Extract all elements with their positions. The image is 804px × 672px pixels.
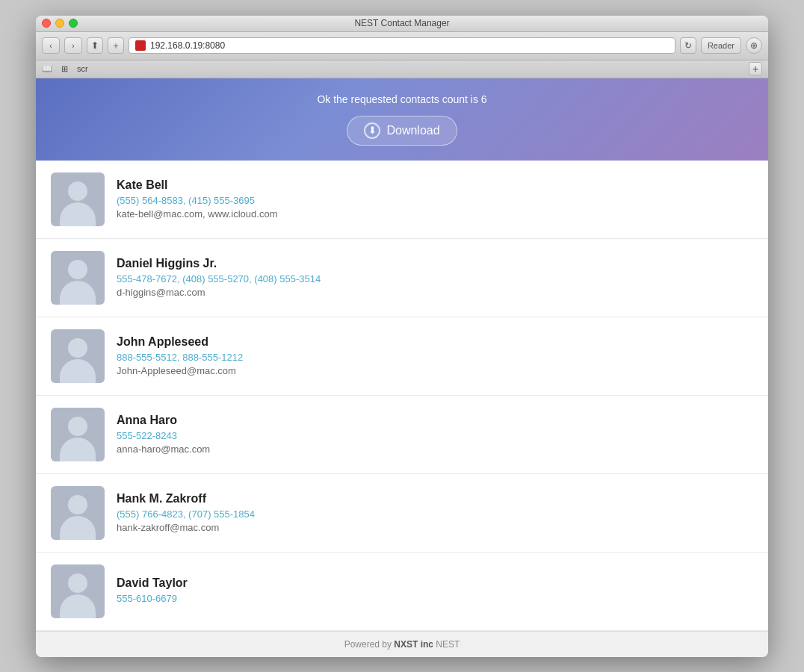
footer-suffix: NEST bbox=[433, 639, 460, 650]
banner-section: Ok the requested contacts count is 6 ⬇ D… bbox=[36, 78, 768, 161]
avatar-figure bbox=[51, 329, 105, 383]
new-tab-button[interactable]: ＋ bbox=[108, 37, 124, 54]
contact-phones: 555-522-8243 bbox=[117, 430, 753, 441]
contact-email: John-Appleseed@mac.com bbox=[117, 365, 753, 376]
back-button[interactable]: ‹ bbox=[42, 37, 60, 54]
contact-item[interactable]: Hank M. Zakroff (555) 766-4823, (707) 55… bbox=[36, 474, 768, 553]
contact-avatar bbox=[51, 329, 105, 383]
browser-window: NEST Contact Manager ‹ › ⬆ ＋ 192.168.0.1… bbox=[36, 16, 768, 657]
contact-avatar bbox=[51, 564, 105, 618]
bookmark-grid[interactable]: ⊞ bbox=[61, 64, 68, 74]
contact-avatar bbox=[51, 408, 105, 461]
avatar-figure bbox=[51, 564, 105, 618]
avatar-figure bbox=[51, 486, 105, 540]
download-label: Download bbox=[386, 124, 439, 137]
avatar-figure bbox=[51, 408, 105, 461]
contact-item[interactable]: John Appleseed 888-555-5512, 888-555-121… bbox=[36, 317, 768, 396]
contact-info: Kate Bell (555) 564-8583, (415) 555-3695… bbox=[117, 178, 753, 220]
contact-item[interactable]: Daniel Higgins Jr. 555-478-7672, (408) 5… bbox=[36, 239, 768, 317]
contact-name: Hank M. Zakroff bbox=[117, 492, 753, 505]
contact-info: John Appleseed 888-555-5512, 888-555-121… bbox=[117, 335, 753, 376]
contact-email: kate-bell@mac.com, www.icloud.com bbox=[117, 208, 753, 220]
bookmarks-bar: 📖 ⊞ scr + bbox=[36, 60, 768, 78]
share-button[interactable]: ⬆ bbox=[87, 37, 103, 54]
contact-list: Kate Bell (555) 564-8583, (415) 555-3695… bbox=[36, 161, 768, 631]
forward-button[interactable]: › bbox=[64, 37, 82, 54]
banner-message: Ok the requested contacts count is 6 bbox=[51, 93, 753, 105]
url-text: 192.168.0.19:8080 bbox=[150, 40, 225, 51]
contact-email: hank-zakroff@mac.com bbox=[117, 522, 753, 533]
contact-avatar bbox=[51, 486, 105, 540]
maximize-button[interactable] bbox=[69, 19, 78, 28]
books-icon: 📖 bbox=[42, 64, 52, 74]
contact-info: Anna Haro 555-522-8243 anna-haro@mac.com bbox=[117, 414, 753, 455]
avatar-body bbox=[60, 202, 96, 226]
add-tab-button[interactable]: + bbox=[749, 62, 762, 75]
menu-button[interactable]: ⊕ bbox=[746, 37, 762, 54]
contact-info: David Taylor 555-610-6679 bbox=[117, 576, 753, 606]
contact-name: John Appleseed bbox=[117, 335, 753, 349]
avatar-body bbox=[60, 438, 96, 461]
browser-toolbar: ‹ › ⬆ ＋ 192.168.0.19:8080 ↻ Reader ⊕ bbox=[36, 32, 768, 60]
contact-item[interactable]: Anna Haro 555-522-8243 anna-haro@mac.com bbox=[36, 396, 768, 474]
contact-avatar bbox=[51, 172, 105, 226]
contact-item[interactable]: Kate Bell (555) 564-8583, (415) 555-3695… bbox=[36, 161, 768, 239]
contact-name: Daniel Higgins Jr. bbox=[117, 257, 753, 270]
contact-name: Kate Bell bbox=[117, 178, 753, 192]
avatar-body bbox=[60, 359, 96, 383]
avatar-head bbox=[68, 495, 87, 514]
avatar-figure bbox=[51, 172, 105, 226]
contact-phones: (555) 766-4823, (707) 555-1854 bbox=[117, 508, 753, 520]
scr-label: scr bbox=[77, 64, 88, 73]
contact-phones: 555-610-6679 bbox=[117, 593, 753, 604]
avatar-head bbox=[68, 417, 87, 436]
avatar-figure bbox=[51, 251, 105, 305]
avatar-head bbox=[68, 338, 87, 358]
contact-name: Anna Haro bbox=[117, 414, 753, 427]
download-button[interactable]: ⬇ Download bbox=[347, 116, 457, 146]
avatar-head bbox=[68, 573, 87, 593]
bookmark-books[interactable]: 📖 bbox=[42, 64, 52, 74]
contact-phones: (555) 564-8583, (415) 555-3695 bbox=[117, 195, 753, 206]
address-bar[interactable]: 192.168.0.19:8080 bbox=[129, 37, 675, 54]
download-icon: ⬇ bbox=[364, 122, 380, 139]
contact-info: Hank M. Zakroff (555) 766-4823, (707) 55… bbox=[117, 492, 753, 533]
footer-brand: NXST inc bbox=[394, 639, 433, 650]
avatar-head bbox=[68, 181, 87, 201]
minimize-button[interactable] bbox=[55, 19, 64, 28]
titlebar: NEST Contact Manager bbox=[36, 16, 768, 32]
contact-info: Daniel Higgins Jr. 555-478-7672, (408) 5… bbox=[117, 257, 753, 298]
grid-icon: ⊞ bbox=[61, 64, 68, 74]
bookmark-scr[interactable]: scr bbox=[77, 64, 88, 73]
reload-button[interactable]: ↻ bbox=[680, 37, 696, 54]
contact-phones: 555-478-7672, (408) 555-5270, (408) 555-… bbox=[117, 273, 753, 284]
footer-prefix: Powered by bbox=[344, 639, 395, 650]
contact-phones: 888-555-5512, 888-555-1212 bbox=[117, 352, 753, 363]
avatar-head bbox=[68, 260, 87, 279]
contact-item[interactable]: David Taylor 555-610-6679 bbox=[36, 553, 768, 631]
contact-email: d-higgins@mac.com bbox=[117, 287, 753, 298]
window-title: NEST Contact Manager bbox=[354, 18, 449, 28]
footer: Powered by NXST inc NEST bbox=[36, 631, 768, 657]
avatar-body bbox=[60, 281, 96, 305]
reader-button[interactable]: Reader bbox=[701, 37, 741, 54]
contact-email: anna-haro@mac.com bbox=[117, 444, 753, 455]
titlebar-buttons bbox=[42, 19, 78, 28]
contact-avatar bbox=[51, 251, 105, 305]
avatar-body bbox=[60, 516, 96, 540]
close-button[interactable] bbox=[42, 19, 51, 28]
avatar-body bbox=[60, 594, 96, 618]
favicon bbox=[135, 40, 146, 51]
contact-name: David Taylor bbox=[117, 576, 753, 590]
